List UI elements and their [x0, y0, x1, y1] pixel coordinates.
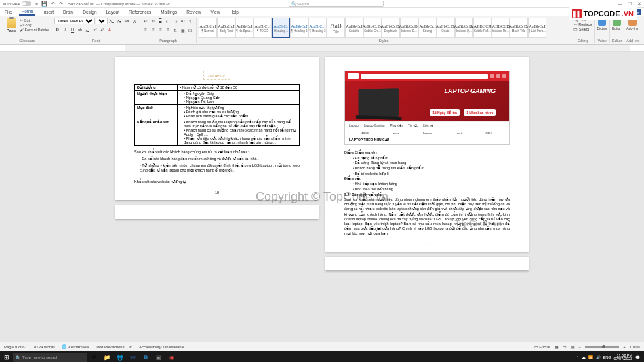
tab-layout[interactable]: Layout	[104, 9, 122, 15]
minimize-icon[interactable]: —	[618, 1, 622, 7]
italic-icon[interactable]: I	[62, 26, 68, 33]
outdent-icon[interactable]: ⇤	[165, 18, 172, 24]
explorer-icon[interactable]: 📁	[101, 352, 113, 362]
taskbar-search[interactable]: 🔍Type here to search	[13, 353, 87, 362]
tab-draw[interactable]: Draw	[61, 9, 75, 15]
tab-help[interactable]: Help	[227, 9, 240, 15]
view-read-icon[interactable]: ▭	[563, 344, 567, 349]
cut-button[interactable]: ✂ Cut	[20, 18, 49, 22]
highlight-icon[interactable]: 🖍	[99, 26, 106, 33]
tab-mailings[interactable]: Mailings	[159, 9, 179, 15]
tab-review[interactable]: Review	[184, 9, 203, 15]
tray-chevron-icon[interactable]: ^	[577, 355, 579, 359]
change-case-icon[interactable]: Aa	[123, 18, 130, 24]
status-lang[interactable]: 🌐 Vietnamese	[62, 344, 89, 349]
style-item[interactable]: AaBbCcISubtitle	[345, 18, 363, 38]
style-item[interactable]: AaBbCcI¶ Normal	[199, 18, 217, 38]
style-item[interactable]: AABBCCDEIntense Re...	[491, 18, 510, 38]
tray-lang[interactable]: ENG	[603, 355, 611, 359]
zoom-in-icon[interactable]: +	[623, 345, 626, 349]
show-marks-icon[interactable]: ¶	[187, 18, 194, 24]
superscript-icon[interactable]: x²	[92, 26, 98, 33]
styles-gallery[interactable]: AaBbCcI¶ NormalAaBbCcIBody TextAaBbCcI¶ …	[199, 18, 546, 38]
copy-button[interactable]: ⎘ Copy	[20, 23, 49, 27]
style-item[interactable]: AaBbCcI¶ List Para...	[528, 18, 546, 38]
autosave-toggle[interactable]: AutoSave Off	[3, 1, 38, 6]
status-words[interactable]: 8124 words	[34, 345, 55, 349]
style-item[interactable]: AaBbCcI¶ Heading 3	[308, 18, 327, 38]
font-name-select[interactable]: Times New Roman	[54, 18, 95, 24]
vscode-icon[interactable]: ⧉	[140, 352, 152, 362]
terminal-icon[interactable]: ▣	[153, 352, 165, 362]
strike-icon[interactable]: ab	[77, 26, 83, 33]
style-item[interactable]: AaBbCcDcBook Title	[510, 18, 528, 38]
style-item[interactable]: AaBbCcI¶ Heading 2	[290, 18, 308, 38]
word-icon[interactable]: W	[127, 352, 139, 362]
multilevel-icon[interactable]: ≣	[157, 18, 164, 24]
status-predictions[interactable]: Text Predictions: On	[96, 345, 132, 349]
focus-mode-button[interactable]: ▭ Focus	[534, 344, 550, 349]
format-painter-button[interactable]: 🖌 Format Painter	[20, 28, 49, 32]
style-item[interactable]: AaBbCcHeading 1	[272, 18, 290, 38]
replace-button[interactable]: ↔ Replace	[573, 22, 592, 26]
style-item[interactable]: AaBbCcI¶ No Spac...	[235, 18, 254, 38]
status-page[interactable]: Page 9 of 67	[4, 345, 27, 349]
grow-font-icon[interactable]: A▴	[108, 18, 115, 24]
align-left-icon[interactable]: ≡	[142, 26, 149, 33]
view-web-icon[interactable]: ▤	[571, 344, 575, 349]
underline-icon[interactable]: U	[69, 26, 76, 33]
app-icon[interactable]: ◉	[165, 352, 178, 362]
status-accessibility[interactable]: Accessibility: Unavailable	[139, 345, 184, 349]
align-center-icon[interactable]: ≡	[150, 26, 157, 33]
style-item[interactable]: AaBbCcDcSubtle Em...	[363, 18, 382, 38]
tab-references[interactable]: References	[127, 9, 153, 15]
line-spacing-icon[interactable]: ⇅	[172, 26, 179, 33]
edge-icon[interactable]: 🌐	[114, 352, 126, 362]
task-view-icon[interactable]: ⊡	[88, 352, 100, 362]
view-print-icon[interactable]: ▦	[555, 344, 559, 349]
font-color-icon[interactable]: A	[106, 26, 113, 33]
tab-home[interactable]: Home	[19, 8, 35, 16]
maximize-icon[interactable]: ☐	[628, 1, 632, 7]
horizontal-ruler[interactable]	[0, 45, 644, 52]
undo-icon[interactable]: ↶	[50, 1, 56, 7]
style-item[interactable]: AaBbCcDcQuote	[437, 18, 455, 38]
close-icon[interactable]: ✕	[637, 1, 641, 7]
tray-speaker-icon[interactable]: 🔊	[596, 355, 601, 359]
tab-insert[interactable]: Insert	[41, 9, 56, 15]
style-item[interactable]: AaBbCcIBody Text	[217, 18, 235, 38]
style-item[interactable]: AaBbCcIStrong	[418, 18, 437, 38]
bold-icon[interactable]: B	[54, 26, 61, 33]
indent-icon[interactable]: ⇥	[172, 18, 179, 24]
sort-icon[interactable]: A↓	[180, 18, 186, 24]
style-item[interactable]: AaBbCcDcIntense E...	[400, 18, 418, 38]
redo-icon[interactable]: ↷	[58, 1, 64, 7]
document-canvas[interactable]: LGS LAPTOP Đối tượng• Nam nữ có độ tuổi …	[0, 52, 644, 342]
style-item[interactable]: AaBbCcI¶ TOC 3	[254, 18, 272, 38]
toggle-switch-icon[interactable]	[22, 1, 31, 6]
subscript-icon[interactable]: x₂	[84, 26, 91, 33]
tray-cloud-icon[interactable]: ☁	[582, 355, 586, 359]
justify-icon[interactable]: ≡	[165, 26, 172, 33]
tab-design[interactable]: Design	[81, 9, 98, 15]
clear-format-icon[interactable]: A̷	[131, 18, 138, 24]
paste-button[interactable]: Paste	[5, 18, 18, 33]
borders-icon[interactable]: ⊞	[187, 26, 194, 33]
save-icon[interactable]: 💾	[42, 1, 47, 7]
zoom-out-icon[interactable]: −	[579, 345, 582, 349]
align-right-icon[interactable]: ≡	[157, 26, 164, 33]
numbering-icon[interactable]: 1≡	[150, 18, 157, 24]
tab-view[interactable]: View	[208, 9, 222, 15]
select-button[interactable]: ▭ Select	[573, 27, 592, 31]
zoom-level[interactable]: 100%	[630, 345, 640, 349]
bullets-icon[interactable]: •≡	[142, 18, 149, 24]
search-box[interactable]: 🔍 Search	[289, 1, 384, 7]
zoom-slider[interactable]	[585, 346, 619, 348]
font-size-select[interactable]: 13	[96, 18, 108, 24]
style-item[interactable]: AaBTitle	[327, 18, 345, 38]
tray-clock[interactable]: 11:52 PM 07/07/2023	[613, 354, 632, 361]
tab-file[interactable]: File	[3, 9, 14, 15]
shading-icon[interactable]: ▦	[180, 26, 186, 33]
notifications-icon[interactable]: 💬	[635, 355, 640, 359]
style-item[interactable]: AaBbCcDcEmphasis	[382, 18, 400, 38]
